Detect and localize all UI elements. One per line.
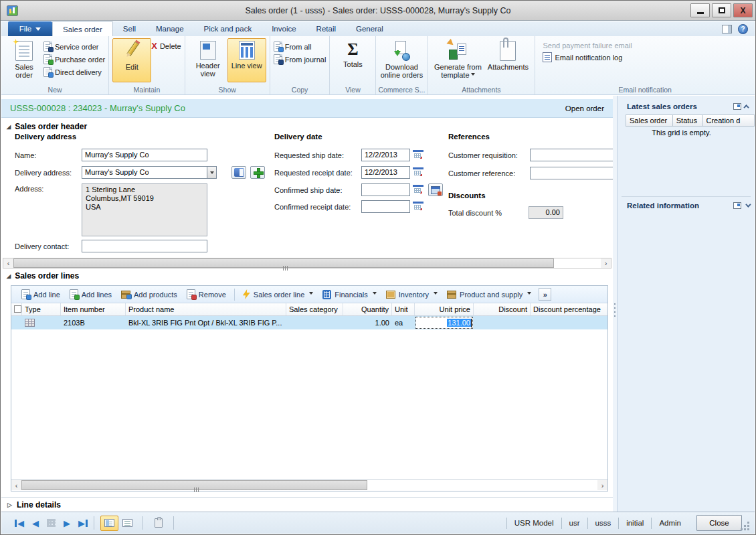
customer-reference-field[interactable] — [530, 167, 614, 179]
confirmed-receipt-date-field[interactable] — [361, 200, 410, 213]
tab-invoice[interactable]: Invoice — [262, 21, 306, 36]
name-field[interactable]: Murray's Supply Co — [82, 149, 207, 161]
next-record-button[interactable]: ▶ — [64, 518, 70, 528]
col-sales-category[interactable]: Sales category — [286, 303, 343, 315]
remove-button[interactable]: Remove — [182, 288, 231, 301]
minimize-button[interactable] — [690, 3, 710, 17]
from-all-button[interactable]: From all — [274, 42, 326, 52]
type-cell[interactable] — [22, 316, 61, 329]
address-book-button[interactable] — [231, 166, 246, 179]
calendar-icon[interactable] — [413, 150, 423, 160]
popout-icon[interactable] — [733, 202, 741, 209]
col-unit-price[interactable]: Unit price — [415, 303, 474, 315]
popout-icon[interactable] — [733, 103, 741, 110]
line-view-button[interactable]: Line view — [227, 38, 266, 82]
service-order-button[interactable]: Service order — [43, 42, 105, 52]
resize-grip[interactable] — [747, 522, 749, 524]
tab-sell[interactable]: Sell — [113, 21, 146, 36]
inventory-menu-button[interactable]: Inventory — [381, 289, 442, 300]
first-record-button[interactable]: ◀ — [15, 518, 24, 528]
confirmed-ship-date-field[interactable] — [361, 183, 410, 196]
email-notification-log-button[interactable]: Email notification log — [543, 52, 632, 62]
latest-sales-orders-header[interactable]: Latest sales orders — [627, 102, 749, 110]
edit-button[interactable]: Edit — [112, 38, 151, 82]
window-layout-icon[interactable] — [722, 25, 732, 33]
toolbar-overflow-button[interactable]: » — [539, 288, 551, 301]
scroll-left-arrow[interactable]: ‹ — [11, 480, 21, 490]
col-discount[interactable]: Discount — [474, 303, 531, 315]
discount-cell[interactable] — [474, 316, 531, 329]
attachments-status-button[interactable] — [149, 516, 167, 531]
chevron-up-icon[interactable] — [743, 104, 749, 110]
col-sales-order[interactable]: Sales order — [626, 114, 673, 127]
col-discount-percentage[interactable]: Discount percentage — [531, 303, 607, 315]
unit-price-cell[interactable]: 131.00 — [415, 316, 474, 329]
scroll-right-arrow[interactable]: › — [597, 480, 607, 490]
calendar-icon[interactable] — [413, 185, 423, 195]
table-row[interactable]: 2103B Bkl-XL 3RIB FIG Pnt Opt / Bkl-XL 3… — [11, 316, 607, 329]
col-quantity[interactable]: Quantity — [343, 303, 392, 315]
purchase-order-button[interactable]: Purchase order — [43, 54, 105, 64]
scroll-thumb[interactable] — [21, 480, 367, 490]
col-item-number[interactable]: Item number — [61, 303, 126, 315]
details-view-toggle[interactable] — [100, 516, 118, 531]
col-type[interactable]: Type — [22, 303, 61, 315]
grid-view-button[interactable] — [47, 519, 56, 527]
list-view-toggle[interactable] — [118, 516, 136, 531]
combo-dropdown-arrow[interactable] — [207, 166, 217, 179]
add-line-button[interactable]: Add line — [17, 288, 65, 301]
item-number-cell[interactable]: 2103B — [61, 316, 126, 329]
download-online-orders-button[interactable]: Download online orders — [379, 38, 423, 82]
sales-order-header-section[interactable]: ◢ Sales order header — [7, 122, 87, 131]
totals-button[interactable]: Σ Totals — [333, 38, 372, 82]
checkbox[interactable] — [14, 305, 21, 313]
sales-order-line-menu-button[interactable]: Sales order line — [238, 288, 318, 301]
header-view-button[interactable]: Header view — [189, 38, 227, 82]
grid-empty-area[interactable] — [11, 329, 607, 479]
maximize-button[interactable] — [712, 3, 731, 17]
chevron-down-icon[interactable] — [745, 202, 751, 207]
tab-file[interactable]: File — [8, 21, 52, 36]
delete-button[interactable]: X Delete — [151, 42, 181, 50]
close-button[interactable]: Close — [696, 515, 742, 531]
calendar-icon[interactable] — [413, 202, 423, 212]
last-record-button[interactable]: ▶ — [78, 518, 88, 528]
col-creation-date[interactable]: Creation d — [703, 114, 755, 127]
financials-menu-button[interactable]: Financials — [318, 289, 381, 301]
generate-from-template-button[interactable]: Generate from template — [431, 38, 484, 82]
sales-order-button[interactable]: Sales order — [5, 38, 43, 82]
requested-receipt-date-field[interactable]: 12/2/2013 — [361, 166, 410, 179]
attachments-button[interactable]: Attachments — [484, 38, 531, 82]
scroll-track[interactable] — [13, 258, 601, 268]
calendar-icon[interactable] — [413, 167, 423, 177]
col-product-name[interactable]: Product name — [126, 303, 286, 315]
sales-order-lines-section[interactable]: ◢ Sales order lines — [7, 271, 79, 281]
related-information-header[interactable]: Related information — [627, 202, 749, 210]
add-lines-button[interactable]: Add lines — [65, 288, 116, 301]
product-name-cell[interactable]: Bkl-XL 3RIB FIG Pnt Opt / Bkl-XL 3RIB FI… — [126, 316, 286, 329]
close-window-button[interactable]: X — [733, 3, 753, 17]
tab-sales-order[interactable]: Sales order — [52, 21, 113, 36]
unit-cell[interactable]: ea — [392, 316, 415, 329]
add-products-button[interactable]: Add products — [116, 289, 182, 300]
customer-requisition-field[interactable] — [530, 149, 614, 161]
tab-pick-and-pack[interactable]: Pick and pack — [194, 21, 262, 36]
delivery-contact-field[interactable] — [82, 240, 207, 252]
quantity-cell[interactable]: 1.00 — [343, 316, 392, 329]
delivery-address-combo[interactable]: Murray's Supply Co — [82, 166, 217, 179]
scroll-thumb[interactable] — [13, 258, 554, 268]
tab-retail[interactable]: Retail — [306, 21, 346, 36]
unit-price-input[interactable]: 131.00 — [415, 317, 473, 329]
direct-delivery-button[interactable]: Direct delivery — [43, 67, 105, 77]
col-unit[interactable]: Unit — [392, 303, 415, 315]
discount-percentage-cell[interactable] — [531, 316, 607, 329]
previous-record-button[interactable]: ◀ — [32, 518, 39, 528]
add-address-button[interactable] — [250, 166, 265, 179]
scroll-right-arrow[interactable]: › — [601, 258, 611, 268]
col-status[interactable]: Status — [673, 114, 703, 127]
line-details-section[interactable]: ▷ Line details — [1, 497, 613, 513]
confirm-date-button[interactable] — [428, 183, 443, 196]
tab-manage[interactable]: Manage — [146, 21, 194, 36]
requested-ship-date-field[interactable]: 12/2/2013 — [361, 149, 410, 161]
tab-general[interactable]: General — [346, 21, 393, 36]
